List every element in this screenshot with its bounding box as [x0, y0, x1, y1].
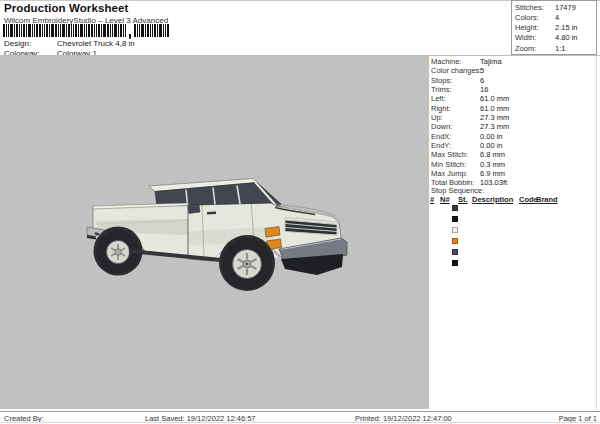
thread-color-swatch: [452, 260, 459, 267]
machine-info-panel: Machine:TajimaColor changes:5Stops:6Trim…: [431, 57, 599, 188]
page-title: Production Worksheet: [4, 2, 128, 14]
machine-row-label: Stops:: [431, 76, 452, 85]
thread-color-swatch: [452, 205, 459, 212]
machine-row: Machine:Tajima: [431, 57, 599, 66]
machine-row: Max Jump:6.9 mm: [431, 169, 599, 178]
machine-row-value: 6: [480, 76, 484, 85]
machine-row-label: Down:: [431, 122, 452, 131]
machine-row-label: EndX:: [431, 132, 451, 141]
machine-row-value: 0.3 mm: [480, 160, 505, 169]
footer-rule: [0, 411, 600, 412]
machine-row-label: EndY:: [431, 141, 451, 150]
summary-row-label: Height:: [515, 23, 539, 32]
machine-row-value: 5: [480, 66, 484, 75]
machine-row-value: 6.9 mm: [480, 169, 505, 178]
machine-row-label: Trims:: [431, 85, 452, 94]
summary-row: Stitches:17479: [512, 3, 596, 13]
summary-row-label: Zoom:: [515, 44, 536, 53]
machine-row-value: 0.00 in: [480, 141, 503, 150]
machine-row-value: Tajima: [480, 57, 502, 66]
thread-color-swatch: [452, 238, 459, 245]
design-barcode: [3, 24, 175, 37]
machine-row-label: Color changes:: [431, 66, 481, 75]
summary-row-value: 1:1: [555, 44, 565, 53]
machine-row-label: Up:: [431, 113, 443, 122]
stop-sequence-row: [0, 204, 600, 215]
page-bottom-rule: [0, 422, 600, 423]
design-value: Chevrolet Truck 4,8 in: [57, 39, 135, 48]
summary-row-value: 4.80 in: [555, 33, 578, 42]
summary-row: Height:2.15 in: [512, 23, 596, 33]
thread-color-swatch: [452, 216, 459, 223]
summary-row-value: 17479: [555, 3, 576, 12]
machine-row-value: 27.3 mm: [480, 113, 509, 122]
machine-row-label: Min Stitch:: [431, 160, 466, 169]
thread-color-swatch: [452, 249, 459, 256]
design-label: Design:: [4, 39, 31, 48]
machine-row-value: 61.0 mm: [480, 104, 509, 113]
summary-row-value: 4: [555, 13, 559, 22]
machine-row-label: Right:: [431, 104, 451, 113]
machine-row: Up:27.3 mm: [431, 113, 599, 122]
summary-row-label: Width:: [515, 33, 536, 42]
thread-color-swatch: [452, 227, 459, 234]
machine-row: EndX:0.00 in: [431, 132, 599, 141]
design-row: Design: Chevrolet Truck 4,8 in: [0, 39, 420, 49]
summary-row-value: 2.15 in: [555, 23, 578, 32]
machine-row: Left:61.0 mm: [431, 94, 599, 103]
machine-row-value: 0.00 in: [480, 132, 503, 141]
stop-sequence-title: Stop Sequence:: [431, 186, 484, 195]
stop-sequence-row: [0, 259, 600, 270]
machine-row-value: 16: [480, 85, 488, 94]
summary-row: Colors:4: [512, 13, 596, 23]
machine-row-value: 6.8 mm: [480, 150, 505, 159]
page-top-rule: [0, 0, 600, 1]
machine-row: Down:27.3 mm: [431, 122, 599, 131]
summary-row: Width:4.80 in: [512, 33, 596, 43]
machine-row: Right:61.0 mm: [431, 104, 599, 113]
machine-row: EndY:0.00 in: [431, 141, 599, 150]
machine-row: Min Stitch:0.3 mm: [431, 160, 599, 169]
machine-row-value: 27.3 mm: [480, 122, 509, 131]
machine-row-value: 61.0 mm: [480, 94, 509, 103]
stop-sequence-row: [0, 215, 600, 226]
machine-row: Trims:16: [431, 85, 599, 94]
summary-row-label: Colors:: [515, 13, 539, 22]
machine-row: Color changes:5: [431, 66, 599, 75]
machine-row-label: Max Jump:: [431, 169, 468, 178]
stop-sequence-row: [0, 248, 600, 259]
machine-row-label: Left:: [431, 94, 446, 103]
summary-row-label: Stitches:: [515, 3, 544, 12]
stop-sequence-row: [0, 226, 600, 237]
machine-row-label: Machine:: [431, 57, 461, 66]
stop-sequence-row: [0, 237, 600, 248]
machine-row-label: Max Stitch:: [431, 150, 468, 159]
design-summary-box: Stitches:17479Colors:4Height:2.15 inWidt…: [511, 0, 597, 55]
summary-row: Zoom:1:1: [512, 44, 596, 54]
production-worksheet-page: Production Worksheet Wilcom EmbroiderySt…: [0, 0, 600, 424]
machine-row: Max Stitch:6.8 mm: [431, 150, 599, 159]
machine-row: Stops:6: [431, 76, 599, 85]
